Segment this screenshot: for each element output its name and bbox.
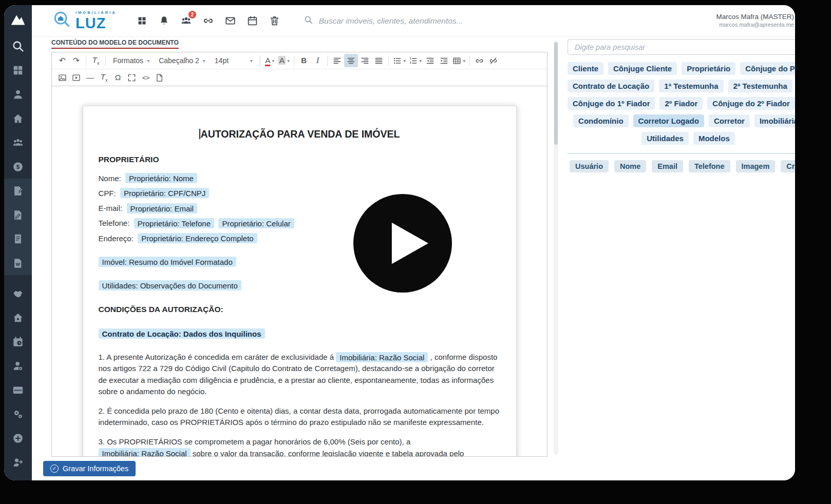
text-color-button[interactable]: A▾ xyxy=(263,54,277,67)
formats-dropdown[interactable]: Formatos▾ xyxy=(108,54,154,67)
field-label: Telefone: xyxy=(99,219,130,227)
field-label: E-mail: xyxy=(99,204,123,212)
header-notifications-button[interactable] xyxy=(158,15,171,27)
tags-search-input[interactable] xyxy=(568,39,795,55)
numbered-list-button[interactable]: 12▾ xyxy=(407,54,423,67)
background-color-button[interactable]: A▾ xyxy=(277,54,291,67)
editor-toolbar: ↶↷TxFormatos▾Cabeçalho 2▾14pt▾A▾A▾BI▾12▾… xyxy=(51,52,547,86)
receipt-icon xyxy=(12,234,24,245)
header-trash-button[interactable] xyxy=(269,15,281,27)
nav-team-button[interactable] xyxy=(4,130,32,154)
outdent-button[interactable] xyxy=(423,54,437,67)
brand-logo[interactable]: IMOBILIÁRIA LUZ xyxy=(52,10,117,32)
nav-document-edit-button[interactable] xyxy=(4,203,32,227)
tag-pill[interactable]: Condomínio xyxy=(573,114,628,127)
nav-person-button[interactable] xyxy=(4,82,32,106)
align-justify-button[interactable] xyxy=(372,54,386,67)
nav-home-alert-button[interactable] xyxy=(4,305,32,329)
align-right-button[interactable] xyxy=(358,54,372,67)
field-pill[interactable]: Creci xyxy=(781,160,795,172)
merge-tag: Proprietário: CPF/CNPJ xyxy=(120,188,209,198)
field-pill[interactable]: Email xyxy=(652,160,683,172)
document-conditions-tag-line: Contrato de Locação: Dados dos Inquilino… xyxy=(99,328,501,339)
clear-formatting-button[interactable]: Tx xyxy=(89,54,103,67)
insert-link-button[interactable] xyxy=(473,54,486,67)
bold-button[interactable]: B xyxy=(297,54,311,67)
tag-pill[interactable]: 2ª Testemunha xyxy=(728,80,792,92)
horizontal-rule-button[interactable]: — xyxy=(83,71,97,84)
global-search-input[interactable] xyxy=(319,16,488,26)
support-icon xyxy=(12,360,24,372)
tag-pill[interactable]: Cônjuge do 2º Fiador xyxy=(707,97,795,110)
remove-link-button[interactable] xyxy=(486,54,500,67)
nav-word-doc-button[interactable]: W xyxy=(4,251,32,275)
undo-button[interactable]: ↶ xyxy=(55,54,69,67)
tag-pill[interactable]: Cônjuge Cliente xyxy=(608,62,677,75)
video-play-button[interactable] xyxy=(353,194,452,293)
tag-pill[interactable]: Cônjuge do Proprietário xyxy=(740,62,795,75)
table-button[interactable]: ▾ xyxy=(451,54,467,67)
editor-scrollbar-thumb[interactable] xyxy=(554,42,558,145)
save-button[interactable]: ✓ Gravar Informações xyxy=(43,461,136,476)
indent-icon xyxy=(440,56,448,65)
tag-pill[interactable]: Cliente xyxy=(568,62,603,75)
media-icon xyxy=(72,73,81,82)
insert-media-button[interactable] xyxy=(69,71,83,84)
header-team-button[interactable]: 2 xyxy=(180,15,193,27)
nav-contract-button[interactable] xyxy=(4,179,32,203)
special-character-button[interactable]: Ω xyxy=(111,71,125,84)
nav-receipt-button[interactable] xyxy=(4,227,32,251)
tag-pill[interactable]: 2º Fiador xyxy=(659,97,703,110)
align-left-button[interactable] xyxy=(330,54,344,67)
document-editor-pane: CONTEÚDO DO MODELO DE DOCUMENTO ↶↷TxForm… xyxy=(51,39,547,457)
tag-pill[interactable]: Cônjuge do 1º Fiador xyxy=(568,97,655,110)
tag-pill[interactable]: Corretor Logado xyxy=(633,114,704,127)
font-size-dropdown[interactable]: 14pt▾ xyxy=(210,54,257,67)
top-header: IMOBILIÁRIA LUZ 2 Marcos Mafra (MASTER) … xyxy=(32,5,795,37)
nav-add-button[interactable] xyxy=(4,426,32,450)
nav-calendar-clock-button[interactable] xyxy=(4,329,32,354)
brand-tagline: IMOBILIÁRIA xyxy=(75,11,117,15)
tag-pill[interactable]: Modelos xyxy=(693,132,735,145)
tag-pill[interactable]: 1ª Testemunha xyxy=(659,80,723,92)
italic-button[interactable]: I xyxy=(311,54,325,67)
svg-text:www: www xyxy=(14,388,22,392)
tag-pill[interactable]: Utilidades xyxy=(641,132,689,145)
tag-pill[interactable]: Imobiliária xyxy=(754,114,795,127)
field-pill[interactable]: Nome xyxy=(614,160,646,172)
header-mail-button[interactable] xyxy=(224,15,237,27)
redo-button[interactable]: ↷ xyxy=(69,54,83,67)
nav-support-button[interactable] xyxy=(4,354,32,378)
nav-search-button[interactable] xyxy=(4,34,32,58)
nav-website-button[interactable]: www xyxy=(4,378,32,402)
field-pill[interactable]: Telefone xyxy=(689,160,730,172)
nav-finance-button[interactable]: $ xyxy=(4,154,32,179)
nav-home-button[interactable] xyxy=(4,106,32,130)
app-logo-icon[interactable] xyxy=(8,10,28,31)
header-links-button[interactable] xyxy=(202,15,215,27)
bullet-list-button[interactable]: ▾ xyxy=(391,54,407,67)
svg-text:2: 2 xyxy=(410,61,411,64)
fullscreen-button[interactable] xyxy=(125,71,139,84)
field-pill[interactable]: Imagem xyxy=(736,160,776,172)
source-code-button[interactable]: <> xyxy=(139,71,153,84)
insert-image-button[interactable] xyxy=(55,71,69,84)
italic-icon: I xyxy=(316,56,319,65)
field-pill[interactable]: Usuário xyxy=(570,160,609,172)
block-format-dropdown[interactable]: Cabeçalho 2▾ xyxy=(154,54,210,67)
header-calendar-button[interactable] xyxy=(247,15,259,27)
tag-pill[interactable]: Corretor xyxy=(709,114,750,127)
tag-pill[interactable]: Proprietário xyxy=(682,62,735,75)
nav-exit-button[interactable] xyxy=(4,450,32,474)
user-account[interactable]: Marcos Mafra (MASTER) marcos.mafra@apres… xyxy=(716,13,794,29)
nav-dashboard-button[interactable] xyxy=(4,58,32,82)
remove-format-button[interactable]: Tx xyxy=(97,71,111,84)
align-center-button[interactable] xyxy=(344,54,358,67)
nav-settings-button[interactable] xyxy=(4,402,32,426)
nav-handshake-button[interactable] xyxy=(4,281,32,305)
header-apps-button[interactable] xyxy=(136,15,148,27)
page-template-button[interactable] xyxy=(153,71,166,84)
dashboard-icon xyxy=(12,65,24,76)
indent-button[interactable] xyxy=(437,54,451,67)
tag-pill[interactable]: Contrato de Locação xyxy=(568,80,654,92)
